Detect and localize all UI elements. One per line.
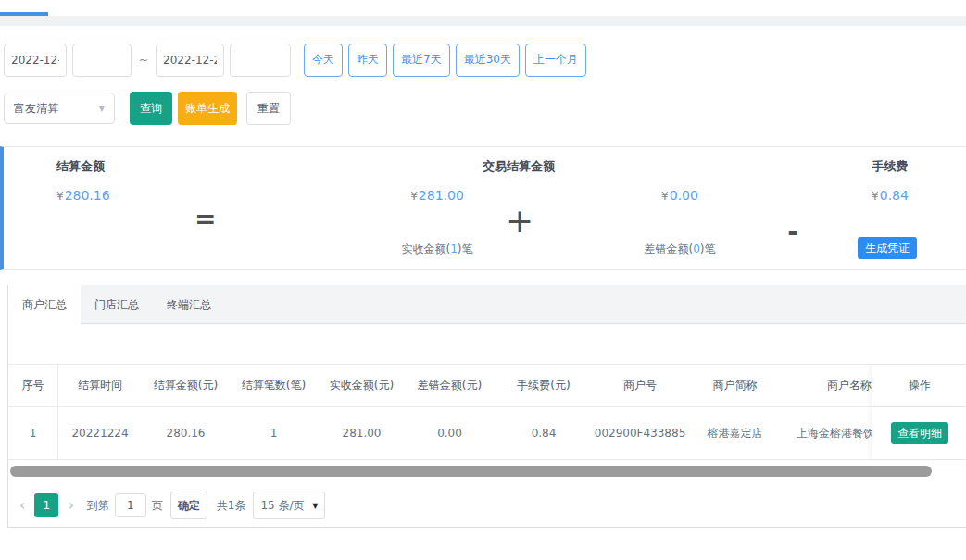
- currency-symbol: ¥: [661, 190, 669, 203]
- table-header-cell: 实收金额(元): [318, 365, 406, 406]
- table-header-row: 序号 结算时间 结算金额(元) 结算笔数(笔) 实收金额(元) 差错金额(元) …: [8, 364, 966, 407]
- generate-voucher-button[interactable]: 生成凭证: [858, 237, 917, 259]
- pagination-bar: ‹ 1 › 到第 页 确定 共1条 15 条/页 ▼: [8, 491, 966, 520]
- table-header-cell: 操作: [872, 365, 966, 406]
- caret-down-icon: ▼: [312, 502, 318, 510]
- view-detail-button[interactable]: 查看明细: [891, 422, 948, 444]
- table-row: 1 20221224 280.16 1 281.00 0.00 0.84 000…: [8, 407, 966, 460]
- table-header-cell: 序号: [8, 365, 58, 406]
- currency-symbol: ¥: [410, 190, 418, 203]
- tab-store-summary[interactable]: 门店汇总: [81, 285, 153, 324]
- chevron-right-icon[interactable]: ›: [64, 498, 77, 513]
- date-range-separator: ~: [139, 54, 148, 67]
- table-cell-settle-time: 20221224: [58, 407, 142, 459]
- top-tab-strip: [0, 0, 966, 16]
- divider-strip: [0, 16, 966, 26]
- table-cell-merchant-short-name: 榕港嘉定店: [686, 407, 784, 459]
- fee-value: ¥0.84: [872, 188, 909, 203]
- table-header-cell: 商户简称: [686, 365, 784, 406]
- error-amount-sublabel: 差错金额(0)笔: [644, 242, 715, 257]
- chevron-down-icon: ▼: [99, 105, 105, 113]
- end-time-input[interactable]: [230, 44, 291, 77]
- page-1-button[interactable]: 1: [34, 493, 58, 517]
- chevron-left-icon[interactable]: ‹: [16, 498, 29, 513]
- reset-button[interactable]: 重置: [246, 92, 291, 125]
- page-size-value: 15 条/页: [260, 498, 304, 514]
- table-header-cell: 结算笔数(笔): [230, 365, 318, 406]
- summary-tabs: 商户汇总 门店汇总 终端汇总: [8, 285, 966, 324]
- table-cell-settle-amount: 280.16: [142, 407, 230, 459]
- total-count-label: 共1条: [217, 498, 246, 514]
- query-button[interactable]: 查询: [130, 92, 172, 125]
- start-time-input[interactable]: [72, 44, 132, 77]
- settlement-summary-card: 结算金额 ¥280.16 = 交易结算金额 ¥281.00 实收金额(1)笔 +…: [0, 146, 966, 270]
- table-header-cell: 结算时间: [58, 365, 142, 406]
- currency-symbol: ¥: [56, 190, 64, 203]
- table-cell-index: 1: [8, 407, 58, 459]
- received-amount-value: ¥281.00: [410, 188, 464, 203]
- settle-amount-value: ¥280.16: [56, 188, 110, 203]
- channel-select[interactable]: 富友清算 ▼: [4, 93, 115, 124]
- table-header-cell: 结算金额(元): [142, 365, 230, 406]
- settlement-page: ~ 今天 昨天 最近7天 最近30天 上一个月 富友清算 ▼ 查询 账单生成 重…: [0, 0, 966, 560]
- table-cell-merchant-name: 上海金榕港餐饮管: [784, 407, 872, 459]
- end-date-input[interactable]: [156, 44, 224, 77]
- start-date-input[interactable]: [4, 44, 67, 77]
- fee-label: 手续费: [872, 158, 909, 175]
- tab-merchant-summary[interactable]: 商户汇总: [8, 285, 81, 325]
- trade-amount-label: 交易结算金额: [483, 158, 555, 175]
- horizontal-scrollbar[interactable]: [10, 466, 932, 477]
- date-filter-row: ~ 今天 昨天 最近7天 最近30天 上一个月: [4, 43, 586, 77]
- received-amount-sublabel: 实收金额(1)笔: [401, 242, 472, 257]
- equals-operator: =: [194, 206, 216, 232]
- table-cell-fee: 0.84: [494, 407, 594, 459]
- last-month-button[interactable]: 上一个月: [525, 44, 586, 77]
- goto-page-label: 到第: [87, 498, 109, 514]
- channel-select-value: 富友清算: [14, 101, 58, 117]
- table-cell-received-amount: 281.00: [318, 407, 406, 459]
- table-header-cell: 差错金额(元): [406, 365, 494, 406]
- last-30-days-button[interactable]: 最近30天: [456, 44, 520, 77]
- today-button[interactable]: 今天: [304, 44, 343, 77]
- plus-operator: +: [506, 205, 533, 238]
- table-header-cell: 手续费(元): [494, 365, 594, 406]
- table-cell-action: 查看明细: [872, 407, 966, 459]
- table-cell-settle-count: 1: [230, 407, 318, 459]
- action-filter-row: 富友清算 ▼ 查询 账单生成 重置: [4, 92, 291, 125]
- tab-terminal-summary[interactable]: 终端汇总: [153, 285, 225, 324]
- confirm-page-button[interactable]: 确定: [170, 492, 207, 519]
- page-size-select[interactable]: 15 条/页 ▼: [253, 492, 325, 519]
- error-amount-value: ¥0.00: [661, 188, 698, 203]
- table-header-cell: 商户号: [594, 365, 686, 406]
- goto-page-input[interactable]: [115, 493, 146, 517]
- settle-amount-label: 结算金额: [56, 158, 105, 175]
- generate-bill-button[interactable]: 账单生成: [178, 92, 237, 125]
- currency-symbol: ¥: [872, 190, 879, 203]
- yesterday-button[interactable]: 昨天: [348, 44, 387, 77]
- table-header-cell: 商户名称: [784, 365, 872, 406]
- last-7-days-button[interactable]: 最近7天: [393, 44, 450, 77]
- table-cell-error-amount: 0.00: [406, 407, 494, 459]
- summary-table-card: 商户汇总 门店汇总 终端汇总 序号 结算时间 结算金额(元) 结算笔数(笔) 实…: [7, 285, 966, 528]
- table-cell-merchant-id: 0002900F4338858: [594, 407, 686, 459]
- goto-page-unit: 页: [152, 498, 163, 514]
- minus-operator: -: [787, 219, 798, 245]
